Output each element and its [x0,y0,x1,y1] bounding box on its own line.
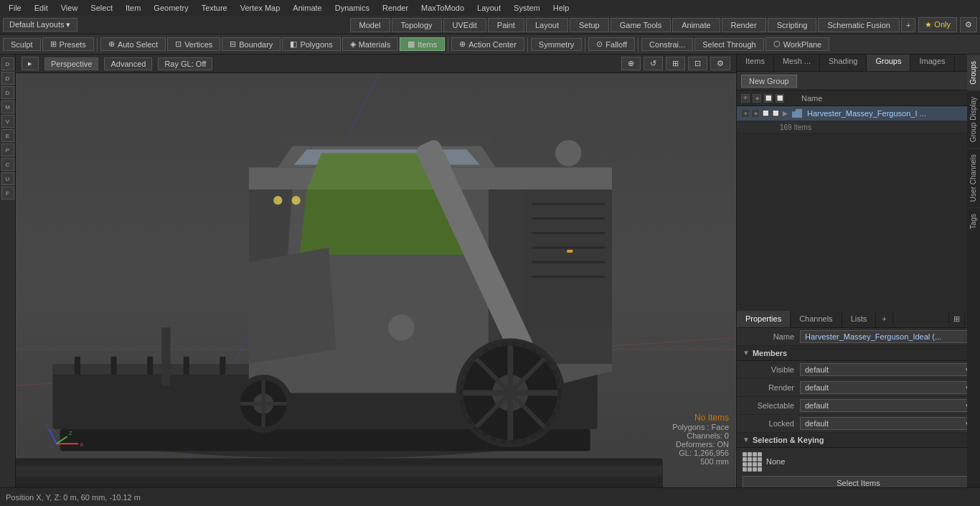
viewport-3d[interactable]: X Y Z No Items Polygons : Face Channels:… [16,73,736,487]
tab-paint[interactable]: Paint [488,18,524,32]
prop-tab-plus[interactable]: + [876,312,892,325]
materials-btn[interactable]: ◈ Materials [342,37,399,51]
new-group-btn[interactable]: New Group [741,75,797,88]
sel-keying-section-header[interactable]: ▼ Selection & Keying [737,433,980,448]
sidebar-tool-e[interactable]: E [1,129,14,142]
sidebar-tool-pol[interactable]: P [1,144,14,156]
group-render-icon[interactable]: ◈ [753,94,761,103]
sidebar-tool-c[interactable]: C [1,158,14,171]
tab-scripting[interactable]: Scripting [768,18,817,32]
group-eye-icon[interactable]: 👁 [741,94,750,103]
boundary-btn[interactable]: ⊟ Boundary [222,37,281,51]
tab-topology[interactable]: Topology [392,18,442,32]
item-vis-icon[interactable]: ⬜ [761,109,770,118]
falloff-btn[interactable]: ⊙ Falloff [588,37,635,51]
sidebar-tool-1[interactable]: D [1,57,14,70]
sidebar-tool-dup[interactable]: D [1,86,14,99]
panel-tab-items[interactable]: Items [737,55,774,71]
panel-tab-groups[interactable]: Groups [867,55,910,71]
ray-gl-btn[interactable]: Ray GL: Off [158,57,212,70]
name-input[interactable]: Harvester_Massey_Ferguson_Ideal (... [800,330,974,343]
group-item-row[interactable]: 👁 ◈ ⬜ ⬜ ▶ Harvester_Massey_Ferguson_I ..… [737,106,980,121]
workplane-btn[interactable]: ⬡ WorkPlane [765,37,830,51]
tab-game-tools[interactable]: Game Tools [611,18,672,32]
prop-icon-1[interactable]: ⊞ [948,312,964,326]
action-center-btn[interactable]: ⊕ Action Center [451,37,524,51]
advanced-btn[interactable]: Advanced [104,57,152,70]
prop-tab-properties[interactable]: Properties [737,311,791,327]
prop-tab-channels[interactable]: Channels [791,311,842,327]
viewport-toggle[interactable]: ▸ [22,57,39,70]
item-expand-icon[interactable]: ▶ [783,110,788,117]
select-items-btn[interactable]: Select Items [743,476,974,488]
symmetry-btn[interactable]: Symmetry [531,38,583,51]
sidebar-tool-uv[interactable]: U [1,172,14,185]
constraints-btn[interactable]: Constrai... [641,38,693,51]
menu-file[interactable]: File [3,2,27,14]
sidebar-tool-2[interactable]: D [1,72,14,85]
select-through-btn[interactable]: Select Through [694,38,763,51]
group-select-icon[interactable]: ⬜ [776,94,784,103]
presets-btn[interactable]: ⊞ Presets [42,37,94,51]
sidebar-tool-f[interactable]: F [1,187,14,200]
tab-setup[interactable]: Setup [570,18,609,32]
vertices-btn[interactable]: ⊡ Vertices [167,37,220,51]
viewport-icon-3[interactable]: ⊞ [666,57,685,70]
auto-select-btn[interactable]: ⊕ Auto Select [100,37,166,51]
menu-help[interactable]: Help [547,2,575,14]
sidebar-tool-ver[interactable]: V [1,115,14,128]
separator-3 [527,37,528,52]
panel-tab-mesh[interactable]: Mesh ... [774,55,820,71]
visible-select[interactable]: default ▾ [800,363,974,376]
vtab-group-display[interactable]: Group Display [967,90,980,148]
tab-plus[interactable]: + [901,18,915,32]
panel-tab-images[interactable]: Images [910,55,954,71]
item-sel-icon[interactable]: ⬜ [771,109,780,118]
sculpt-btn[interactable]: Sculpt [3,38,41,51]
vtab-groups[interactable]: Groups [967,55,980,90]
menu-system[interactable]: System [508,2,546,14]
dot-4 [758,452,762,456]
tab-render[interactable]: Render [722,18,766,32]
menu-texture[interactable]: Texture [196,2,233,14]
vtab-tags[interactable]: Tags [967,207,980,235]
panel-tab-shading[interactable]: Shading [820,55,867,71]
tab-model[interactable]: Model [350,18,390,32]
menu-dynamics[interactable]: Dynamics [329,2,375,14]
tab-animate[interactable]: Animate [672,18,720,32]
item-render-icon[interactable]: ◈ [751,109,760,118]
polygons-btn[interactable]: ◧ Polygons [282,37,340,51]
menu-edit[interactable]: Edit [29,2,54,14]
render-select[interactable]: default ▾ [800,381,974,394]
item-eye-icon[interactable]: 👁 [741,109,750,118]
menu-select[interactable]: Select [85,2,118,14]
star-layout[interactable]: ★ Only [918,17,957,32]
items-btn[interactable]: ▦ Items [400,37,445,51]
tab-schematic-fusion[interactable]: Schematic Fusion [818,18,899,32]
menu-animate[interactable]: Animate [287,2,327,14]
layout-dropdown[interactable]: Default Layouts ▾ [3,18,77,32]
viewport-icon-2[interactable]: ↺ [644,57,663,70]
sidebar-tool-mes[interactable]: M [1,100,14,113]
viewport-icon-4[interactable]: ⊡ [688,57,707,70]
locked-select[interactable]: default ▾ [800,417,974,430]
perspective-btn[interactable]: Perspective [44,57,98,70]
dot-5 [743,457,747,462]
menu-layout[interactable]: Layout [471,2,507,14]
viewport-icon-1[interactable]: ⊕ [621,57,641,70]
viewport-icon-5[interactable]: ⚙ [710,57,730,70]
selectable-select[interactable]: default ▾ [800,399,974,412]
menu-maxtomodo[interactable]: MaxToModo [415,2,470,14]
menu-view[interactable]: View [55,2,84,14]
menu-vertex-map[interactable]: Vertex Map [235,2,286,14]
menu-render[interactable]: Render [377,2,414,14]
tab-layout[interactable]: Layout [526,18,568,32]
prop-tab-lists[interactable]: Lists [842,311,877,327]
settings-btn[interactable]: ⚙ [960,17,977,32]
menu-item[interactable]: Item [120,2,146,14]
members-section-header[interactable]: ▼ Members [737,346,980,361]
vtab-user-channels[interactable]: User Channels [967,148,980,207]
group-lock-icon[interactable]: ⬜ [764,94,773,103]
tab-uvedit[interactable]: UVEdit [443,18,486,32]
menu-geometry[interactable]: Geometry [148,2,194,14]
